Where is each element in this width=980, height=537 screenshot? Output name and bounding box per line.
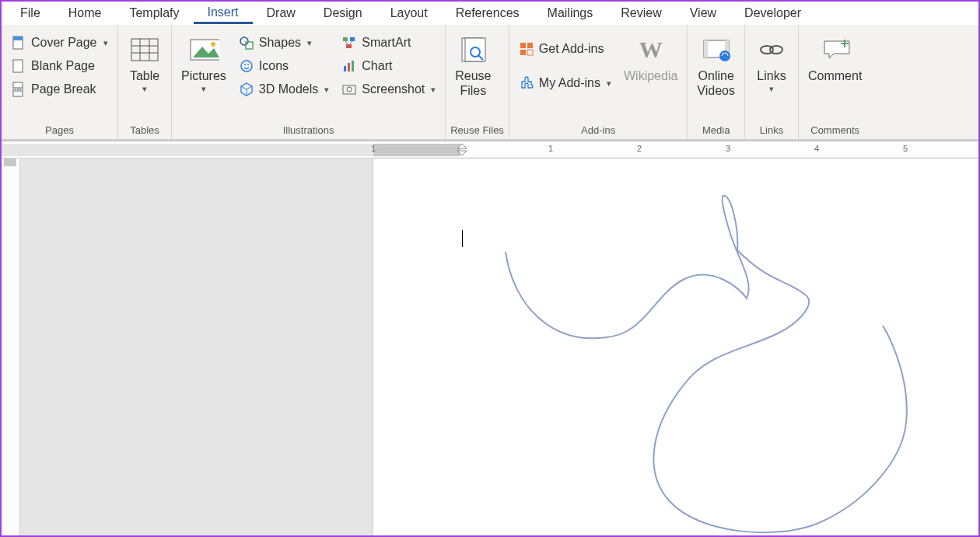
tab-developer[interactable]: Developer xyxy=(730,3,815,23)
horizontal-ruler[interactable]: 1 1 2 3 4 5 xyxy=(2,141,978,159)
wikipedia-icon: W xyxy=(635,34,667,65)
icons-button[interactable]: Icons xyxy=(234,56,334,76)
3d-models-button[interactable]: 3D Models ▾ xyxy=(234,79,334,99)
cover-page-button[interactable]: Cover Page ▾ xyxy=(6,33,113,53)
svg-line-20 xyxy=(241,86,247,89)
screenshot-button[interactable]: Screenshot ▾ xyxy=(337,79,440,99)
blank-page-icon xyxy=(11,58,26,74)
tab-layout[interactable]: Layout xyxy=(376,3,442,23)
svg-marker-50 xyxy=(457,151,467,155)
ruler-number: 2 xyxy=(637,144,642,153)
chevron-down-icon: ▾ xyxy=(103,38,108,48)
svg-rect-34 xyxy=(465,38,485,61)
tab-draw[interactable]: Draw xyxy=(253,3,310,23)
svg-point-14 xyxy=(240,37,248,45)
document-area: 1 1 2 3 4 5 xyxy=(373,141,978,537)
blank-page-button[interactable]: Blank Page xyxy=(6,56,113,76)
svg-point-16 xyxy=(241,61,252,71)
shapes-button[interactable]: Shapes ▾ xyxy=(234,33,334,53)
svg-rect-39 xyxy=(520,50,526,55)
screenshot-label: Screenshot xyxy=(362,82,425,96)
chart-button[interactable]: Chart xyxy=(337,56,440,76)
table-label: Table xyxy=(130,68,159,83)
wikipedia-button[interactable]: W Wikipedia xyxy=(619,31,682,86)
chevron-down-icon: ▾ xyxy=(201,85,206,93)
ink-drawing[interactable] xyxy=(490,190,957,537)
chevron-down-icon: ▾ xyxy=(324,85,329,95)
tab-file[interactable]: File xyxy=(6,3,54,23)
svg-rect-6 xyxy=(131,39,158,61)
indent-marker-icon[interactable] xyxy=(454,141,470,159)
comment-button[interactable]: Comment xyxy=(803,31,866,86)
pictures-button[interactable]: Pictures ▾ xyxy=(177,31,231,96)
blank-page-label: Blank Page xyxy=(31,59,95,73)
group-label-comments: Comments xyxy=(803,123,866,138)
table-button[interactable]: Table ▾ xyxy=(123,31,166,96)
shapes-label: Shapes xyxy=(259,36,301,50)
svg-rect-24 xyxy=(350,37,355,41)
chart-icon xyxy=(341,58,357,74)
get-addins-button[interactable]: Get Add-ins xyxy=(514,39,616,59)
svg-rect-42 xyxy=(704,40,708,58)
3d-models-label: 3D Models xyxy=(259,82,318,96)
reuse-files-button[interactable]: Reuse Files xyxy=(450,31,495,101)
tab-references[interactable]: References xyxy=(442,3,534,23)
online-video-icon xyxy=(701,34,732,65)
svg-rect-37 xyxy=(520,43,526,48)
svg-line-21 xyxy=(247,86,252,89)
tab-insert[interactable]: Insert xyxy=(194,2,253,24)
page-break-label: Page Break xyxy=(31,82,96,96)
tab-design[interactable]: Design xyxy=(310,3,376,23)
table-icon xyxy=(129,34,160,65)
tab-view[interactable]: View xyxy=(676,3,730,23)
document-page[interactable] xyxy=(373,159,980,537)
text-cursor xyxy=(462,230,463,247)
group-label-tables: Tables xyxy=(123,123,166,138)
smartart-button[interactable]: SmartArt xyxy=(337,33,440,53)
pictures-icon xyxy=(188,34,219,65)
left-margin-area xyxy=(20,141,373,537)
ruler-number: 1 xyxy=(371,144,376,153)
svg-point-46 xyxy=(770,46,782,54)
reuse-files-label: Reuse Files xyxy=(455,68,491,98)
tab-templafy[interactable]: Templafy xyxy=(115,3,193,23)
chevron-down-icon: ▾ xyxy=(307,38,312,48)
online-videos-button[interactable]: Online Videos xyxy=(692,31,740,101)
svg-rect-3 xyxy=(13,82,23,88)
workspace: 1 1 2 3 4 5 xyxy=(2,141,978,537)
page-break-icon xyxy=(11,82,26,97)
wikipedia-label: Wikipedia xyxy=(624,68,677,83)
svg-rect-30 xyxy=(352,61,354,71)
ruler-number: 5 xyxy=(903,144,908,153)
tab-review[interactable]: Review xyxy=(607,3,675,23)
links-button[interactable]: Links ▾ xyxy=(750,31,793,96)
svg-rect-38 xyxy=(527,43,533,48)
svg-rect-25 xyxy=(346,44,352,48)
tab-mailings[interactable]: Mailings xyxy=(534,3,607,23)
group-label-pages: Pages xyxy=(6,123,113,138)
my-addins-icon xyxy=(519,75,534,91)
page-break-button[interactable]: Page Break xyxy=(6,79,113,99)
online-videos-label: Online Videos xyxy=(697,68,735,98)
tab-strip: File Home Templafy Insert Draw Design La… xyxy=(2,2,978,25)
ruler-number: 1 xyxy=(548,144,553,153)
group-pages: Cover Page ▾ Blank Page Page Break Page xyxy=(2,25,118,139)
group-comments: Comment Comments xyxy=(799,25,871,139)
my-addins-button[interactable]: My Add-ins ▾ xyxy=(514,73,616,93)
svg-point-44 xyxy=(719,51,730,61)
svg-rect-1 xyxy=(13,37,23,40)
group-label-links: Links xyxy=(750,123,793,138)
ruler-number: 3 xyxy=(726,144,730,153)
group-label-illustrations: Illustrations xyxy=(177,123,440,138)
vertical-ruler[interactable] xyxy=(2,141,20,537)
svg-rect-23 xyxy=(343,37,348,41)
svg-rect-40 xyxy=(527,50,533,55)
3d-models-icon xyxy=(239,82,254,97)
links-label: Links xyxy=(757,68,786,83)
tab-home[interactable]: Home xyxy=(54,3,116,23)
chevron-down-icon: ▾ xyxy=(607,78,611,89)
svg-line-27 xyxy=(350,41,352,44)
svg-rect-28 xyxy=(344,66,346,71)
my-addins-label: My Add-ins xyxy=(539,76,600,90)
screenshot-icon xyxy=(341,82,357,97)
